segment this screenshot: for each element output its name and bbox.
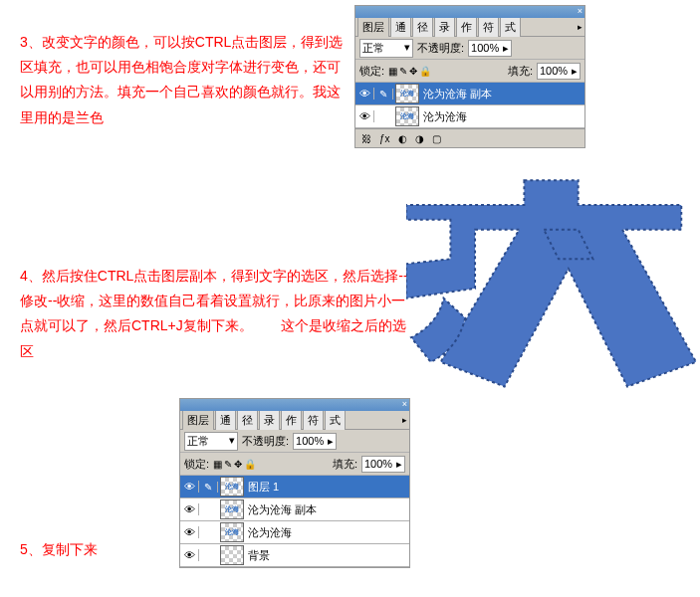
blend-mode-select[interactable]: 正常▾: [359, 39, 413, 58]
panel-tabs: 图层 通 径 录 作 符 式 ▸: [355, 18, 584, 37]
layer-row[interactable]: 👁✎沦海图层 1: [180, 476, 409, 498]
link-icon[interactable]: ⛓: [361, 133, 371, 144]
tab-layers[interactable]: 图层: [357, 17, 389, 37]
lock-transparency-icon[interactable]: ▦: [388, 66, 397, 77]
tab[interactable]: 径: [412, 17, 433, 37]
layer-row[interactable]: 👁沦海沦为沧海: [180, 521, 409, 544]
tab[interactable]: 径: [237, 410, 258, 430]
tab[interactable]: 通: [215, 410, 236, 430]
fill-input[interactable]: 100%▸: [361, 456, 405, 473]
tab[interactable]: 通: [390, 17, 411, 37]
folder-icon[interactable]: ▢: [432, 133, 441, 144]
opacity-input[interactable]: 100%▸: [293, 433, 337, 450]
layer-name: 沦为沧海 副本: [246, 502, 317, 517]
layer-row[interactable]: 👁沦海沦为沧海 副本: [180, 498, 409, 521]
panel-titlebar[interactable]: ×: [180, 399, 409, 411]
layers-panel-2: × 图层 通 径 录 作 符 式 ▸ 正常▾ 不透明度: 100%▸ 锁定: ▦…: [179, 398, 410, 568]
tab[interactable]: 符: [478, 17, 499, 37]
adjust-icon[interactable]: ◑: [415, 133, 424, 144]
layer-thumb: [220, 545, 244, 565]
layer-row[interactable]: 👁沦海沦为沧海: [355, 105, 584, 128]
tab-layers[interactable]: 图层: [182, 410, 214, 430]
blend-mode-row: 正常▾ 不透明度: 100%▸: [180, 430, 409, 453]
layer-row[interactable]: 👁背景: [180, 544, 409, 567]
fill-label: 填充:: [508, 64, 533, 79]
lock-row: 锁定: ▦ ✎ ✥ 🔒 填充: 100%▸: [180, 453, 409, 476]
panel-menu-icon[interactable]: ▸: [578, 22, 583, 32]
panel-titlebar[interactable]: ×: [355, 6, 584, 18]
layer-thumb: 沦海: [395, 106, 419, 126]
opacity-label: 不透明度:: [242, 434, 289, 449]
step5-text: 5、复制下来: [20, 537, 98, 562]
layers-panel-1: × 图层 通 径 录 作 符 式 ▸ 正常▾ 不透明度: 100%▸ 锁定: ▦…: [354, 5, 585, 148]
brush-icon: ✎: [199, 482, 218, 493]
visibility-icon[interactable]: 👁: [180, 549, 199, 561]
tab[interactable]: 符: [303, 410, 324, 430]
tab[interactable]: 作: [281, 410, 302, 430]
fill-label: 填充:: [333, 457, 357, 472]
lock-all-icon[interactable]: 🔒: [244, 459, 256, 470]
layer-thumb: 沦海: [220, 522, 244, 542]
lock-move-icon[interactable]: ✥: [234, 459, 242, 470]
panel-bottombar: ⛓ ƒx ◐ ◑ ▢: [355, 128, 584, 147]
opacity-label: 不透明度:: [417, 41, 464, 56]
lock-paint-icon[interactable]: ✎: [224, 459, 232, 470]
blend-mode-row: 正常▾ 不透明度: 100%▸: [355, 37, 584, 60]
lock-paint-icon[interactable]: ✎: [399, 66, 407, 77]
layer-row[interactable]: 👁✎沦海沦为沧海 副本: [355, 83, 584, 105]
layer-thumb: 沦海: [395, 84, 419, 103]
text-effect-preview: [406, 169, 700, 388]
fx-icon[interactable]: ƒx: [379, 133, 390, 144]
blend-mode-select[interactable]: 正常▾: [184, 432, 238, 451]
tab[interactable]: 录: [434, 17, 455, 37]
opacity-input[interactable]: 100%▸: [468, 40, 512, 57]
visibility-icon[interactable]: 👁: [180, 503, 199, 515]
layer-thumb: 沦海: [220, 499, 244, 519]
layer-name: 背景: [246, 548, 270, 563]
lock-label: 锁定:: [359, 64, 384, 79]
tab[interactable]: 式: [500, 17, 521, 37]
lock-row: 锁定: ▦ ✎ ✥ 🔒 填充: 100%▸: [355, 60, 584, 83]
brush-icon: ✎: [374, 89, 393, 100]
visibility-icon[interactable]: 👁: [180, 526, 199, 538]
tab[interactable]: 式: [325, 410, 346, 430]
step4-text: 4、然后按住CTRL点击图层副本，得到文字的选区，然后选择--修改--收缩，这里…: [20, 264, 418, 364]
close-icon[interactable]: ×: [578, 6, 583, 16]
lock-transparency-icon[interactable]: ▦: [213, 459, 222, 470]
close-icon[interactable]: ×: [402, 399, 407, 409]
step3-text: 3、改变文字的颜色，可以按CTRL点击图层，得到选区填充，也可以用色相饱合度对字…: [20, 30, 349, 130]
tab[interactable]: 作: [456, 17, 477, 37]
layer-name: 沦为沧海: [421, 109, 467, 124]
lock-label: 锁定:: [184, 457, 209, 472]
lock-all-icon[interactable]: 🔒: [419, 66, 431, 77]
layer-name: 沦为沧海 副本: [421, 87, 492, 101]
mask-icon[interactable]: ◐: [398, 133, 407, 144]
panel-tabs: 图层 通 径 录 作 符 式 ▸: [180, 411, 409, 430]
visibility-icon[interactable]: 👁: [355, 110, 374, 122]
panel-menu-icon[interactable]: ▸: [402, 415, 407, 425]
tab[interactable]: 录: [259, 410, 280, 430]
layer-name: 图层 1: [246, 480, 279, 495]
lock-move-icon[interactable]: ✥: [409, 66, 417, 77]
fill-input[interactable]: 100%▸: [537, 63, 581, 80]
layer-thumb: 沦海: [220, 477, 244, 497]
layer-name: 沦为沧海: [246, 525, 292, 540]
visibility-icon[interactable]: 👁: [355, 88, 374, 100]
visibility-icon[interactable]: 👁: [180, 481, 199, 493]
